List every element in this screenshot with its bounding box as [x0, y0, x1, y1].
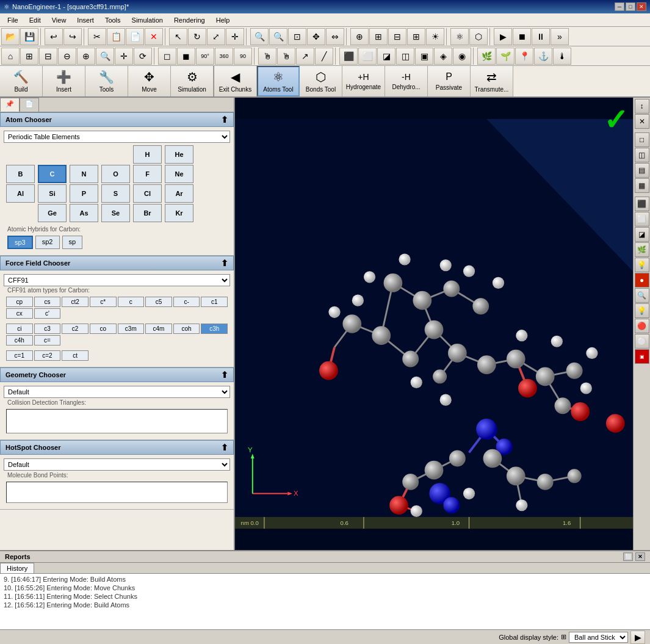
- tb-sim-btn[interactable]: ▶: [494, 28, 512, 45]
- dehydrogenate-button[interactable]: -H Dehydro...: [385, 66, 428, 96]
- hotspot-chooser-header[interactable]: HotSpot Chooser ⬆: [0, 440, 234, 455]
- element-Ar[interactable]: Ar: [165, 184, 193, 203]
- force-field-chooser-header[interactable]: Force Field Chooser ⬆: [0, 256, 234, 270]
- bonds-tool-button[interactable]: ⬡ Bonds Tool: [300, 66, 342, 96]
- element-P[interactable]: P: [70, 184, 98, 203]
- ff-cprime[interactable]: c': [34, 308, 61, 319]
- tb2-anchor-btn[interactable]: ⚓: [534, 48, 552, 65]
- tb2-tree2-btn[interactable]: 🌱: [496, 48, 515, 65]
- tb-move-rotate-btn[interactable]: ⤢: [207, 28, 225, 45]
- rs-btn-2[interactable]: ✕: [635, 114, 649, 129]
- hybrid-sp2[interactable]: sp2: [35, 236, 60, 249]
- ff-c1[interactable]: c1: [201, 297, 228, 307]
- tb2-step-btn[interactable]: 90: [234, 48, 252, 65]
- element-Al[interactable]: Al: [6, 184, 35, 203]
- element-S[interactable]: S: [101, 184, 130, 203]
- menu-simulation[interactable]: Simulation: [127, 15, 168, 25]
- tb2-rotate2-btn[interactable]: ⟳: [134, 48, 152, 65]
- tb2-cube3-btn[interactable]: ◪: [377, 48, 395, 65]
- ff-cminus[interactable]: c-: [173, 297, 200, 307]
- ff-c2[interactable]: c2: [62, 324, 88, 334]
- element-Ne[interactable]: Ne: [165, 165, 193, 183]
- menu-edit[interactable]: Edit: [24, 15, 46, 25]
- tb2-cube4-btn[interactable]: ◫: [396, 48, 414, 65]
- hydrogenate-button[interactable]: +H Hydrogenate: [342, 66, 385, 96]
- tb2-thermo-btn[interactable]: 🌡: [553, 48, 571, 65]
- maximize-button[interactable]: □: [626, 2, 635, 11]
- element-Si[interactable]: Si: [38, 184, 67, 203]
- tb-paste-btn[interactable]: 📄: [126, 28, 144, 45]
- rs-btn-16[interactable]: ⚪: [635, 334, 649, 349]
- element-He[interactable]: He: [165, 145, 193, 164]
- tb2-tree-btn[interactable]: 🌿: [477, 48, 496, 65]
- molecule-view[interactable]: X Y nm 0.0 0.6 1.0 1.6: [235, 98, 633, 550]
- passivate-button[interactable]: P Passivate: [428, 66, 471, 96]
- tb-atom-btn[interactable]: ⚛: [450, 28, 469, 45]
- rs-btn-17[interactable]: ▣: [635, 349, 649, 364]
- ff-ct[interactable]: ct: [62, 350, 88, 361]
- tools-tool-button[interactable]: 🔧 Tools: [85, 66, 128, 96]
- panel-tab-1[interactable]: 📌: [0, 98, 20, 112]
- element-C[interactable]: C: [38, 165, 67, 183]
- tb2-cursor2-btn[interactable]: 🖱: [277, 48, 295, 65]
- tb-sim2-btn[interactable]: ⏹: [513, 28, 531, 45]
- element-Kr[interactable]: Kr: [165, 204, 193, 222]
- rs-btn-12[interactable]: ●: [635, 273, 649, 288]
- element-Se[interactable]: Se: [101, 204, 130, 222]
- ff-c3[interactable]: c3: [34, 324, 61, 334]
- ff-cequals[interactable]: c=: [34, 335, 61, 346]
- ff-coh[interactable]: coh: [173, 324, 200, 334]
- tb-save-btn[interactable]: 💾: [20, 28, 38, 45]
- menu-view[interactable]: View: [47, 15, 71, 25]
- hotspot-dropdown[interactable]: Default: [4, 458, 230, 471]
- tb2-cube5-btn[interactable]: ▣: [415, 48, 433, 65]
- hybrid-sp3[interactable]: sp3: [7, 236, 33, 249]
- history-tab[interactable]: History: [0, 563, 34, 573]
- rs-btn-1[interactable]: ↕: [635, 99, 649, 114]
- tb-open-btn[interactable]: 📂: [1, 28, 20, 45]
- tb-view-btn[interactable]: ⊟: [388, 28, 406, 45]
- ff-co[interactable]: co: [90, 324, 117, 334]
- tb-cut-btn[interactable]: ✂: [88, 28, 106, 45]
- tb2-zoom-plus-btn[interactable]: ⊕: [77, 48, 95, 65]
- exit-chunks-button[interactable]: ◀ Exit Chunks: [214, 66, 257, 96]
- element-N[interactable]: N: [70, 165, 98, 183]
- tb2-360-btn[interactable]: 360: [215, 48, 233, 65]
- ff-ci[interactable]: ci: [6, 324, 33, 334]
- element-B[interactable]: B: [6, 165, 35, 183]
- menu-help[interactable]: Help: [211, 15, 235, 25]
- geometry-chooser-header[interactable]: Geometry Chooser ⬆: [0, 367, 234, 382]
- tb-pan-btn[interactable]: ✥: [307, 28, 325, 45]
- element-Ge[interactable]: Ge: [38, 204, 67, 222]
- tb2-cube6-btn[interactable]: ◈: [434, 48, 452, 65]
- ff-c2e[interactable]: c=2: [34, 350, 61, 361]
- transmute-button[interactable]: ⇄ Transmute...: [471, 66, 513, 96]
- tb2-home-btn[interactable]: ⌂: [1, 48, 20, 65]
- panel-tab-2[interactable]: 📄: [20, 98, 39, 112]
- rs-btn-7[interactable]: ⬛: [635, 197, 649, 211]
- element-O[interactable]: O: [101, 165, 130, 183]
- rs-btn-10[interactable]: 🌿: [635, 242, 649, 257]
- rs-btn-14[interactable]: 💡: [635, 303, 649, 318]
- reports-close-btn[interactable]: ✕: [635, 552, 645, 561]
- tb2-cursor-btn[interactable]: 🖱: [258, 48, 276, 65]
- tb2-zoom-minus-btn[interactable]: ⊖: [58, 48, 76, 65]
- ff-cstar[interactable]: c*: [90, 297, 117, 307]
- rs-btn-9[interactable]: ◪: [635, 227, 649, 242]
- tb2-new-btn[interactable]: ⊞: [20, 48, 38, 65]
- ff-c4h[interactable]: c4h: [6, 335, 33, 346]
- display-style-dropdown[interactable]: Ball and Stick CPK Lines Tubes Spheres: [569, 632, 628, 643]
- tb-light-btn[interactable]: ☀: [426, 28, 444, 45]
- tb-grid-btn[interactable]: ⊞: [407, 28, 425, 45]
- ff-c5[interactable]: c5: [145, 297, 172, 307]
- viewport[interactable]: X Y nm 0.0 0.6 1.0 1.6 ✓: [235, 98, 633, 550]
- tb2-cube7-btn[interactable]: ◉: [453, 48, 471, 65]
- atom-chooser-header[interactable]: Atom Chooser ⬆: [0, 112, 234, 127]
- tb-orient2-btn[interactable]: ⊞: [369, 28, 388, 45]
- tb-undo-btn[interactable]: ↩: [45, 28, 63, 45]
- menu-insert[interactable]: Insert: [72, 15, 99, 25]
- tb-select-btn[interactable]: ↖: [169, 28, 187, 45]
- tb2-chunk2-btn[interactable]: ◼: [177, 48, 195, 65]
- tb-pan2-btn[interactable]: ⇔: [326, 28, 344, 45]
- rs-btn-4[interactable]: ◫: [635, 148, 649, 162]
